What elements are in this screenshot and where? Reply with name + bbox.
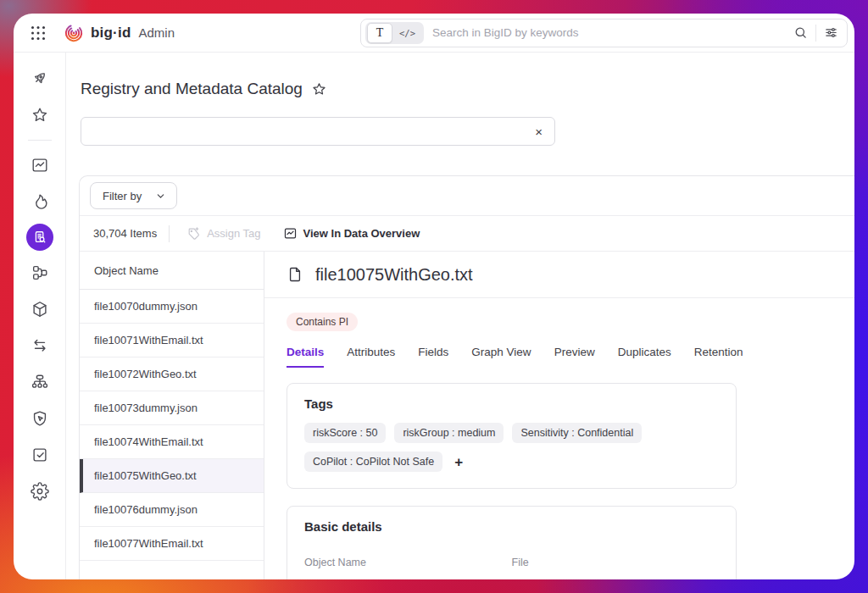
file-icon (287, 266, 303, 283)
field-label: File (512, 557, 720, 568)
tab-duplicates[interactable]: Duplicates (618, 346, 671, 368)
hierarchy-icon[interactable] (25, 368, 54, 396)
catalog-search-input[interactable] (92, 125, 533, 139)
transfer-icon[interactable] (25, 331, 54, 360)
tag-chip[interactable]: Sensitivity : Confidential (512, 423, 642, 443)
detail-tabs: Details Attributes Fields Graph View Pre… (287, 346, 854, 368)
tab-fields[interactable]: Fields (418, 346, 448, 368)
code-mode-button[interactable]: </> (392, 28, 422, 38)
search-icon[interactable] (793, 25, 808, 40)
tab-attributes[interactable]: Attributes (347, 346, 395, 368)
global-search-input[interactable] (424, 26, 793, 39)
chevron-down-icon (155, 191, 166, 202)
table-row[interactable]: file10074WithEmail.txt (80, 425, 264, 459)
assets-icon[interactable] (25, 295, 54, 324)
tab-graph-view[interactable]: Graph View (471, 346, 531, 368)
catalog-icon[interactable] (26, 224, 53, 251)
contains-pi-badge: Contains PI (287, 313, 358, 331)
hotspots-icon[interactable] (25, 187, 54, 216)
view-overview-label: View In Data Overview (303, 227, 420, 240)
results-toolbar: 30,704 Items Assign Tag (80, 216, 854, 252)
basic-details-card: Basic details Object Name File (287, 506, 737, 579)
tags-card: Tags riskScore : 50 riskGroup : medium S… (287, 383, 737, 489)
tab-details[interactable]: Details (287, 346, 324, 368)
settings-icon[interactable] (25, 477, 54, 506)
table-row[interactable]: file10071WithEmail.txt (80, 324, 264, 357)
search-mode-toggle: T </> (365, 22, 424, 44)
tag-chip[interactable]: CoPilot : CoPilot Not Safe (304, 452, 442, 472)
tag-chip[interactable]: riskGroup : medium (394, 423, 504, 443)
tab-retention[interactable]: Retention (694, 346, 743, 368)
main-content: Registry and Metadata Catalog × Filter b (66, 53, 854, 579)
toolbar-divider (169, 225, 170, 242)
tag-chip[interactable]: riskScore : 50 (304, 423, 386, 443)
column-header-object-name[interactable]: Object Name (80, 252, 264, 290)
clusters-icon[interactable] (25, 258, 54, 287)
brand-name: big·id (91, 25, 131, 42)
basic-details-title: Basic details (304, 519, 719, 534)
brand-product: Admin (138, 25, 175, 40)
global-search: T </> (360, 19, 848, 47)
field-label: Object Name (304, 557, 512, 568)
assign-tag-label: Assign Tag (207, 227, 260, 240)
items-count: 30,704 Items (93, 227, 157, 240)
policies-icon[interactable] (25, 441, 54, 469)
apps-grid-icon[interactable] (25, 20, 51, 46)
detail-pane: file10075WithGeo.txt Contains PI Details… (264, 252, 854, 579)
app-window: big·id Admin T </> (14, 14, 854, 579)
filter-by-button[interactable]: Filter by (90, 182, 177, 209)
data-overview-chart-icon (283, 226, 298, 241)
filter-by-label: Filter by (103, 190, 142, 202)
query-builder-icon[interactable] (824, 25, 838, 40)
object-title: file10075WithGeo.txt (315, 265, 473, 285)
add-tag-button[interactable]: + (451, 455, 466, 469)
tags-card-title: Tags (304, 396, 719, 411)
search-divider (815, 25, 816, 42)
assign-tag-button[interactable]: Assign Tag (181, 226, 265, 241)
security-icon[interactable] (25, 404, 54, 433)
topbar: big·id Admin T </> (14, 14, 854, 53)
table-row[interactable]: file10077WithEmail.txt (80, 527, 264, 561)
data-overview-icon[interactable] (25, 151, 54, 180)
table-row[interactable]: file10072WithGeo.txt (80, 357, 264, 391)
catalog-search: × (81, 117, 555, 146)
gradient-frame: big·id Admin T </> (0, 0, 868, 593)
text-mode-button[interactable]: T (367, 23, 392, 43)
table-row-selected[interactable]: file10075WithGeo.txt (80, 459, 264, 493)
tag-plus-icon (186, 226, 201, 241)
view-in-data-overview-button[interactable]: View In Data Overview (278, 226, 426, 241)
tab-preview[interactable]: Preview (554, 346, 595, 368)
favorite-star-icon[interactable] (311, 81, 327, 97)
star-icon[interactable] (25, 101, 54, 130)
clear-search-button[interactable]: × (533, 125, 544, 138)
catalog-panel: Filter by 30,704 Items (79, 175, 854, 579)
sidebar (14, 53, 66, 579)
bigid-logo (63, 22, 85, 44)
sidebar-divider (28, 140, 52, 141)
page-title: Registry and Metadata Catalog (81, 80, 303, 98)
brand: big·id Admin (63, 22, 175, 44)
table-row[interactable]: file10076dummy.json (80, 493, 264, 527)
rocket-icon[interactable] (25, 64, 54, 93)
object-table: Object Name file10070dummy.json file1007… (80, 252, 264, 579)
table-row[interactable]: file10070dummy.json (80, 290, 264, 324)
table-row[interactable]: file10073dummy.json (80, 391, 264, 425)
